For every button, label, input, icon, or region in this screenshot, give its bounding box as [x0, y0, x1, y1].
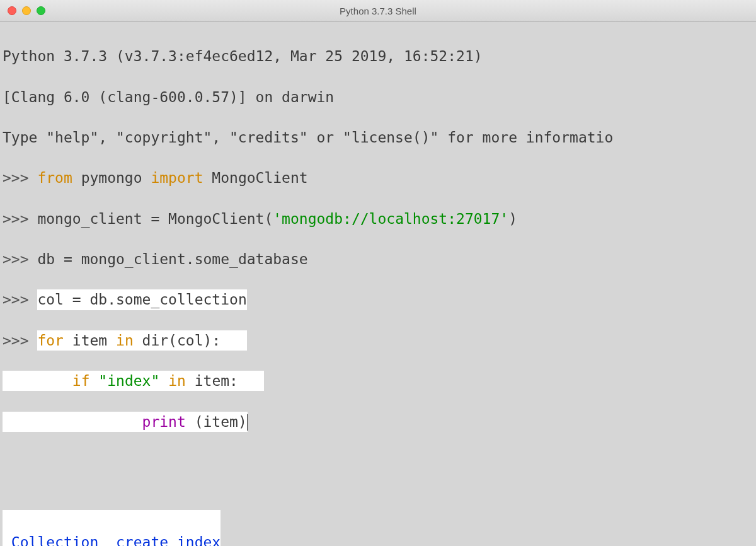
- banner-line: [Clang 6.0 (clang-600.0.57)] on darwin: [3, 87, 753, 107]
- highlighted-code: col = db.some_collection: [37, 289, 246, 310]
- string-literal: 'mongodb://localhost:27017': [273, 211, 508, 227]
- repl-line: >>> for item in dir(col):: [3, 330, 753, 351]
- highlighted-code: print (item): [3, 412, 248, 432]
- highlighted-code: if "index" in item:: [3, 371, 264, 391]
- traffic-lights: [8, 6, 45, 15]
- keyword-in: in: [116, 332, 134, 349]
- minimize-icon[interactable]: [22, 6, 31, 15]
- indent: [3, 414, 142, 430]
- repl-line: if "index" in item:: [3, 371, 753, 391]
- prompt: >>>: [3, 251, 37, 267]
- banner-line: Python 3.7.3 (v3.7.3:ef4ec6ed12, Mar 25 …: [3, 46, 753, 66]
- prompt: >>>: [3, 170, 37, 186]
- repl-line: print (item): [3, 412, 753, 432]
- prompt: >>>: [3, 332, 37, 349]
- keyword-if: if: [72, 373, 90, 389]
- code-text: (item): [186, 414, 247, 430]
- code-text: pymongo: [72, 170, 151, 186]
- close-icon[interactable]: [8, 6, 16, 15]
- prompt: >>>: [3, 211, 37, 227]
- keyword-import: import: [151, 170, 203, 186]
- code-text: dir(col):: [134, 332, 220, 349]
- repl-line: >>> mongo_client = MongoClient('mongodb:…: [3, 209, 753, 229]
- string-literal: "index": [98, 373, 159, 389]
- banner-line: Type "help", "copyright", "credits" or "…: [3, 127, 753, 148]
- builtin-print: print: [142, 414, 186, 430]
- prompt: >>>: [3, 291, 37, 308]
- output-block: _Collection__create_index create_index c…: [3, 510, 220, 546]
- repl-line: >>> from pymongo import MongoClient: [3, 168, 753, 188]
- text-cursor-icon: [247, 414, 248, 431]
- maximize-icon[interactable]: [37, 6, 45, 15]
- code-text: db = mongo_client.some_database: [37, 251, 307, 267]
- keyword-in: in: [168, 373, 186, 389]
- code-text: item: [64, 332, 116, 349]
- code-text: mongo_client = MongoClient(: [37, 211, 273, 227]
- space: [159, 373, 168, 389]
- keyword-for: for: [37, 332, 64, 349]
- indent: [3, 373, 72, 389]
- window-title: Python 3.7.3 Shell: [340, 4, 416, 18]
- code-text: item:: [186, 373, 238, 389]
- repl-line: >>> col = db.some_collection: [3, 289, 753, 310]
- repl-line: >>> db = mongo_client.some_database: [3, 249, 753, 269]
- shell-content[interactable]: Python 3.7.3 (v3.7.3:ef4ec6ed12, Mar 25 …: [0, 22, 756, 546]
- code-text: MongoClient: [203, 170, 308, 186]
- window-titlebar: Python 3.7.3 Shell: [0, 0, 756, 22]
- space: [89, 373, 98, 389]
- keyword-from: from: [37, 170, 72, 186]
- blank-line: [3, 452, 753, 472]
- output-line: _Collection__create_index: [3, 532, 220, 547]
- highlighted-code: for item in dir(col):: [37, 330, 246, 351]
- code-text: ): [508, 211, 517, 227]
